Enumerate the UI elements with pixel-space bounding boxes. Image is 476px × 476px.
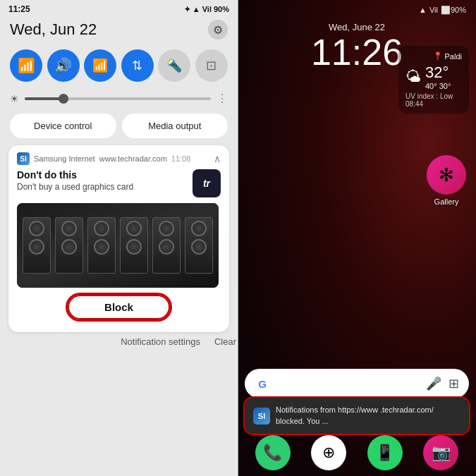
status-bar-left: 11:25 ✦ ▲ Vil 90% — [0, 0, 238, 17]
google-logo: G — [255, 376, 270, 391]
time-left: 11:25 — [8, 4, 30, 14]
brightness-icon: ☀ — [10, 93, 19, 104]
samsung-internet-icon: SI — [17, 152, 30, 165]
notif-footer: Notification settings Clear — [0, 332, 238, 347]
device-media-row: Device control Media output — [0, 111, 238, 145]
whatsapp-dock-icon[interactable]: 📱 — [367, 435, 403, 470]
camera-dock-icon[interactable]: 📷 — [423, 435, 458, 470]
signal-status-icon: Vil — [429, 6, 438, 15]
battery-status-icon: ⬜90% — [441, 6, 466, 15]
block-btn-container: Block — [17, 295, 221, 319]
notif-content-row: Don't do this Don't buy a used graphics … — [17, 169, 221, 197]
uv-index: UV index : Low 08:44 — [405, 92, 462, 108]
notif-image — [17, 203, 219, 288]
gpu-rig-image — [17, 203, 219, 288]
signal-icon: Vil — [202, 5, 212, 13]
settings-button[interactable]: ⚙ — [208, 20, 228, 39]
left-panel: 11:25 ✦ ▲ Vil 90% Wed, Jun 22 ⚙ 📶 🔊 📶 ⇅ … — [0, 0, 238, 476]
notif-body: Don't buy a used graphics card — [17, 182, 193, 192]
brightness-slider[interactable] — [25, 97, 211, 100]
brightness-more-button[interactable]: ⋮ — [216, 92, 228, 105]
device-control-button[interactable]: Device control — [10, 114, 116, 138]
wifi-status-icon: ▲ — [419, 6, 427, 15]
wifi-icon: ▲ — [193, 5, 200, 13]
flashlight-toggle[interactable]: 🔦 — [158, 49, 190, 82]
weather-main: 🌤 32° 40° 30° — [405, 63, 462, 90]
notif-header-left: SI Samsung Internet www.techradar.com 11… — [17, 152, 190, 165]
block-button[interactable]: Block — [68, 295, 170, 319]
toast-text: Notifications from https://www .techrada… — [276, 405, 460, 427]
status-icons-left: ✦ ▲ Vil 90% — [184, 5, 229, 14]
clear-button[interactable]: Clear — [214, 336, 236, 347]
weather-cloud-icon: 🌤 — [405, 68, 421, 86]
sound-toggle[interactable]: 🔊 — [47, 49, 80, 82]
gallery-app-item[interactable]: ✻ Gallery — [427, 155, 466, 206]
weather-location: 📍 Paldi — [405, 51, 462, 61]
lens-search-icon[interactable]: ⊞ — [448, 376, 459, 391]
notif-app-name: Samsung Internet — [34, 154, 95, 163]
pin-icon: 📍 — [433, 51, 443, 61]
status-icons-right: ▲ Vil ⬜90% — [419, 6, 466, 15]
search-bar[interactable]: G 🎤 ⊞ — [245, 369, 469, 398]
search-action-icons: 🎤 ⊞ — [426, 376, 459, 391]
notif-header: SI Samsung Internet www.techradar.com 11… — [17, 152, 221, 165]
bluetooth-icon: ✦ — [184, 5, 190, 14]
battery-icon: 90% — [214, 5, 229, 13]
notification-settings-button[interactable]: Notification settings — [121, 336, 200, 347]
right-panel: ▲ Vil ⬜90% Wed, June 22 11:26 📍 Paldi 🌤 … — [238, 0, 476, 476]
status-bar-right: ▲ Vil ⬜90% — [238, 0, 476, 18]
bluetooth-toggle[interactable]: 📶 — [84, 49, 116, 82]
toast-browser-icon: SI — [253, 408, 270, 425]
wifi-toggle[interactable]: 📶 — [10, 49, 42, 82]
notif-expand-button[interactable]: ∧ — [214, 153, 221, 164]
date-left: Wed, Jun 22 — [10, 20, 97, 39]
rotate-toggle[interactable]: ⊡ — [195, 49, 228, 82]
bottom-dock: 📞 ⊕ 📱 📷 — [245, 435, 469, 470]
right-content: ▲ Vil ⬜90% Wed, June 22 11:26 📍 Paldi 🌤 … — [238, 0, 476, 476]
date-right: Wed, June 22 — [238, 22, 476, 32]
weather-temp-area: 32° 40° 30° — [425, 63, 451, 90]
notif-texts: Don't do this Don't buy a used graphics … — [17, 169, 193, 192]
quick-toggles: 📶 🔊 📶 ⇅ 🔦 ⊡ — [0, 45, 238, 89]
techradar-logo: tr — [193, 169, 221, 197]
data-toggle[interactable]: ⇅ — [121, 49, 154, 82]
chrome-dock-icon[interactable]: ⊕ — [311, 435, 346, 470]
voice-search-icon[interactable]: 🎤 — [426, 376, 441, 391]
media-output-button[interactable]: Media output — [122, 114, 228, 138]
brightness-row: ☀ ⋮ — [0, 89, 238, 111]
notif-time: 11:08 — [171, 154, 191, 163]
panel-divider — [238, 0, 238, 476]
app-icons-area: ✻ Gallery — [427, 155, 466, 217]
weather-widget: 📍 Paldi 🌤 32° 40° 30° UV index : Low 08:… — [398, 46, 469, 114]
phone-dock-icon[interactable]: 📞 — [255, 435, 291, 470]
weather-temp-range: 40° 30° — [425, 82, 451, 90]
notification-card: SI Samsung Internet www.techradar.com 11… — [8, 145, 229, 332]
gallery-label: Gallery — [434, 197, 459, 206]
blocked-toast: SI Notifications from https://www .techr… — [245, 398, 469, 434]
date-settings-row: Wed, Jun 22 ⚙ — [0, 17, 238, 45]
notif-title: Don't do this — [17, 169, 193, 181]
notif-url: www.techradar.com — [99, 154, 167, 163]
gallery-icon[interactable]: ✻ — [427, 155, 466, 195]
